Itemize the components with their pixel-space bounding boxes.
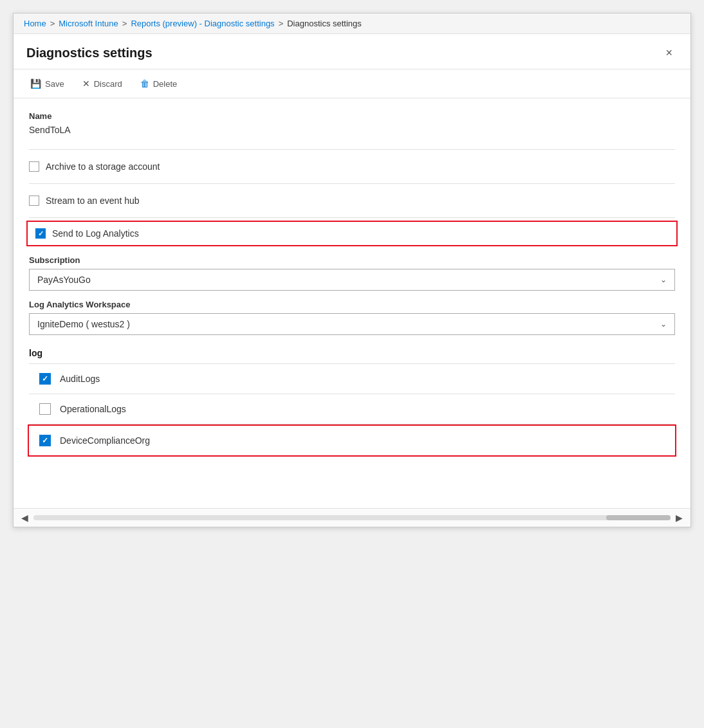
breadcrumb-sep-1: > — [50, 19, 55, 28]
log-item-auditlogs: AuditLogs — [29, 364, 675, 394]
discard-button[interactable]: ✕ Discard — [79, 76, 126, 91]
subscription-value: PayAsYouGo — [37, 275, 91, 285]
workspace-label: Log Analytics Workspace — [29, 300, 675, 309]
stream-checkbox[interactable] — [29, 196, 39, 206]
panel-header: Diagnostics settings × — [14, 34, 690, 69]
divider-2 — [29, 183, 675, 184]
discard-icon: ✕ — [82, 78, 90, 89]
workspace-chevron-icon: ⌄ — [660, 320, 667, 329]
close-button[interactable]: × — [660, 44, 678, 61]
breadcrumb-current: Diagnostics settings — [287, 19, 362, 28]
breadcrumb: Home > Microsoft Intune > Reports (previ… — [14, 14, 690, 34]
auditlogs-label: AuditLogs — [60, 374, 100, 384]
scrollbar-track[interactable] — [33, 515, 671, 520]
subscription-dropdown[interactable]: PayAsYouGo ⌄ — [29, 269, 675, 291]
send-to-log-analytics-checkbox[interactable] — [35, 228, 46, 239]
discard-label: Discard — [94, 79, 122, 89]
scrollbar-thumb[interactable] — [606, 515, 671, 520]
log-section-title: log — [29, 348, 675, 364]
log-section: log AuditLogs OperationalLogs DeviceComp… — [29, 348, 675, 457]
log-item-operationallogs: OperationalLogs — [29, 394, 675, 424]
breadcrumb-intune[interactable]: Microsoft Intune — [59, 19, 118, 28]
devicecomplianceorg-label: DeviceComplianceOrg — [60, 435, 150, 446]
breadcrumb-sep-3: > — [279, 19, 284, 28]
breadcrumb-reports[interactable]: Reports (preview) - Diagnostic settings — [131, 19, 274, 28]
send-to-log-analytics-label: Send to Log Analytics — [52, 228, 139, 239]
archive-label: Archive to a storage account — [46, 161, 160, 172]
operationallogs-checkbox[interactable] — [39, 403, 51, 415]
save-button[interactable]: 💾 Save — [26, 76, 68, 91]
archive-checkbox-row: Archive to a storage account — [29, 152, 675, 181]
breadcrumb-home[interactable]: Home — [24, 19, 46, 28]
subscription-section: Subscription PayAsYouGo ⌄ — [29, 255, 675, 291]
panel-title: Diagnostics settings — [26, 46, 153, 60]
divider-3 — [29, 217, 675, 218]
scroll-left-button[interactable]: ◀ — [19, 511, 31, 524]
name-value: SendToLA — [29, 123, 675, 136]
form-content: Name SendToLA Archive to a storage accou… — [14, 98, 690, 469]
name-label: Name — [29, 111, 675, 121]
devicecomplianceorg-checkbox[interactable] — [39, 435, 51, 446]
save-icon: 💾 — [30, 78, 41, 89]
log-item-devicecomplianceorg: DeviceComplianceOrg — [28, 424, 676, 457]
toolbar: 💾 Save ✕ Discard 🗑 Delete — [14, 69, 690, 98]
stream-checkbox-row: Stream to an event hub — [29, 187, 675, 215]
archive-checkbox[interactable] — [29, 161, 39, 172]
stream-label: Stream to an event hub — [46, 196, 140, 206]
divider-1 — [29, 149, 675, 150]
delete-label: Delete — [153, 79, 178, 89]
breadcrumb-sep-2: > — [122, 19, 127, 28]
delete-icon: 🗑 — [140, 78, 149, 89]
auditlogs-checkbox[interactable] — [39, 373, 51, 385]
bottom-spacer — [14, 469, 690, 508]
workspace-value: IgniteDemo ( westus2 ) — [37, 319, 130, 329]
scrollbar-area: ◀ ▶ — [14, 508, 690, 527]
workspace-section: Log Analytics Workspace IgniteDemo ( wes… — [29, 300, 675, 335]
save-label: Save — [45, 79, 64, 89]
name-field-group: Name SendToLA — [29, 111, 675, 136]
operationallogs-label: OperationalLogs — [60, 404, 126, 414]
main-window: Home > Microsoft Intune > Reports (previ… — [13, 13, 691, 527]
delete-button[interactable]: 🗑 Delete — [136, 76, 181, 91]
send-to-log-analytics-row: Send to Log Analytics — [26, 221, 678, 246]
workspace-dropdown[interactable]: IgniteDemo ( westus2 ) ⌄ — [29, 313, 675, 335]
subscription-label: Subscription — [29, 255, 675, 265]
subscription-chevron-icon: ⌄ — [660, 275, 667, 284]
scroll-right-button[interactable]: ▶ — [673, 511, 685, 524]
